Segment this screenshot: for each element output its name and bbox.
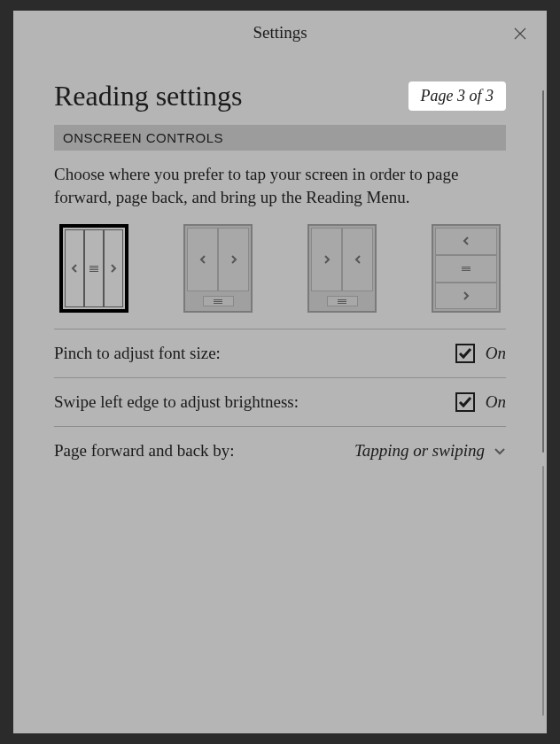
- page-indicator-badge: Page 3 of 3: [408, 81, 507, 111]
- chevron-left-icon: [70, 260, 79, 276]
- swipe-brightness-row: Swipe left edge to adjust brightness: On: [54, 378, 506, 427]
- menu-icon: [214, 299, 222, 304]
- checkbox-icon: [455, 344, 475, 363]
- pinch-font-value: On: [486, 344, 506, 363]
- settings-modal: Settings Reading settings Page 3 of 3 ON…: [13, 11, 547, 733]
- pinch-font-label: Pinch to adjust font size:: [54, 344, 221, 363]
- layout-option-2[interactable]: [183, 224, 253, 313]
- page-title-row: Reading settings Page 3 of 3: [54, 80, 506, 112]
- swipe-brightness-toggle[interactable]: On: [455, 392, 506, 412]
- layout-options: [54, 224, 506, 329]
- chevron-right-icon: [323, 252, 331, 267]
- chevron-left-icon: [198, 252, 207, 267]
- section-header: ONSCREEN CONTROLS: [54, 125, 506, 151]
- close-icon: [512, 26, 528, 42]
- modal-title: Settings: [253, 23, 307, 43]
- chevron-right-icon: [462, 288, 471, 304]
- page-title: Reading settings: [54, 80, 242, 112]
- page-method-value: Tapping or swiping: [354, 441, 485, 461]
- content-area: Reading settings Page 3 of 3 ONSCREEN CO…: [13, 55, 547, 733]
- layout-option-1[interactable]: [59, 224, 128, 313]
- layout-option-4[interactable]: [432, 224, 501, 313]
- checkbox-icon: [455, 392, 475, 412]
- chevron-down-icon: [494, 445, 506, 457]
- scrollbar-thumb: [542, 90, 544, 453]
- pinch-font-row: Pinch to adjust font size: On: [54, 329, 506, 378]
- swipe-brightness-value: On: [486, 392, 506, 412]
- swipe-brightness-label: Swipe left edge to adjust brightness:: [54, 392, 299, 412]
- chevron-left-icon: [462, 233, 471, 249]
- close-button[interactable]: [509, 23, 531, 44]
- page-method-dropdown[interactable]: Tapping or swiping: [354, 441, 506, 461]
- chevron-right-icon: [109, 260, 118, 276]
- pinch-font-toggle[interactable]: On: [455, 344, 506, 363]
- scrollbar[interactable]: [541, 90, 544, 716]
- scrollbar-track-segment: [542, 466, 544, 716]
- modal-header: Settings: [13, 11, 547, 55]
- menu-icon: [462, 267, 471, 271]
- chevron-left-icon: [354, 252, 362, 267]
- page-method-label: Page forward and back by:: [54, 441, 235, 461]
- menu-icon: [89, 266, 98, 272]
- menu-icon: [338, 299, 346, 304]
- instruction-text: Choose where you prefer to tap your scre…: [54, 151, 506, 224]
- chevron-right-icon: [229, 252, 238, 267]
- layout-option-3[interactable]: [307, 224, 377, 313]
- page-method-row: Page forward and back by: Tapping or swi…: [54, 427, 506, 475]
